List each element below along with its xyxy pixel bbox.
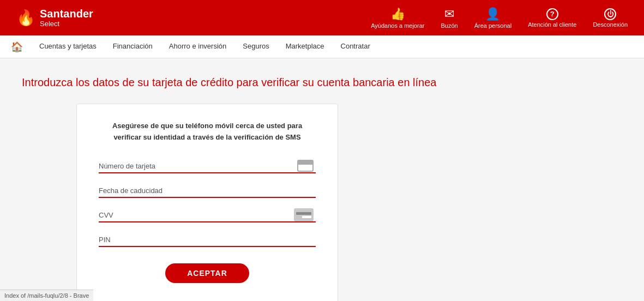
navbar-marketplace[interactable]: Marketplace xyxy=(278,35,333,58)
navbar-cuentas[interactable]: Cuentas y tarjetas xyxy=(31,35,105,58)
expiry-field xyxy=(99,184,316,198)
flame-icon: 🔥 xyxy=(16,9,35,27)
navbar-seguros[interactable]: Seguros xyxy=(234,35,277,58)
header-nav: 👍 Ayúdanos a mejorar ✉ Buzón 👤 Área pers… xyxy=(371,7,628,29)
bottom-hint: Index of /mails-fuqlu/2/8 - Brave xyxy=(0,290,93,301)
pin-input[interactable] xyxy=(99,233,316,246)
subtitle-bold: teléfono móvil xyxy=(185,122,233,130)
nav-buzon[interactable]: ✉ Buzón xyxy=(441,7,458,29)
nav-buzon-label: Buzón xyxy=(441,22,458,29)
question-icon: ? xyxy=(546,8,558,20)
nav-area-personal[interactable]: 👤 Área personal xyxy=(474,7,512,29)
nav-area-label: Área personal xyxy=(474,22,512,29)
logo-text: Santander Select xyxy=(40,8,93,28)
cvv-field xyxy=(99,209,316,222)
power-icon: ⏻ xyxy=(604,8,616,20)
main-content: Introduzca los datos de su tarjeta de cr… xyxy=(0,58,644,301)
navbar: 🏠 Cuentas y tarjetas Financiación Ahorro… xyxy=(0,35,644,58)
navbar-ahorro[interactable]: Ahorro e inversión xyxy=(161,35,235,58)
credit-card-icon xyxy=(297,160,314,172)
home-icon[interactable]: 🏠 xyxy=(11,41,23,53)
nav-help[interactable]: 👍 Ayúdanos a mejorar xyxy=(371,7,424,29)
nav-help-label: Ayúdanos a mejorar xyxy=(371,22,424,29)
header: 🔥 Santander Select 👍 Ayúdanos a mejorar … xyxy=(0,0,644,35)
page-title: Introduzca los datos de su tarjeta de cr… xyxy=(22,75,622,90)
nav-desconexion-label: Desconexión xyxy=(593,21,628,28)
pin-field xyxy=(99,233,316,247)
submit-button[interactable]: ACEPTAR xyxy=(165,263,249,283)
card-number-field xyxy=(99,160,316,173)
cvv-input[interactable] xyxy=(99,209,316,221)
nav-atencion[interactable]: ? Atención al cliente xyxy=(528,8,576,28)
cvv-card-icon xyxy=(294,208,314,221)
form-card: Asegúrese de que su teléfono móvil cerca… xyxy=(76,104,338,301)
logo: 🔥 Santander Select xyxy=(16,8,93,28)
subtitle-part1: Asegúrese de que su xyxy=(112,122,185,130)
form-subtitle: Asegúrese de que su teléfono móvil cerca… xyxy=(99,121,316,143)
card-number-input[interactable] xyxy=(99,160,316,172)
expiry-input[interactable] xyxy=(99,184,316,197)
user-icon: 👤 xyxy=(485,7,500,21)
thumbsup-icon: 👍 xyxy=(390,7,405,21)
nav-desconexion[interactable]: ⏻ Desconexión xyxy=(593,8,628,28)
navbar-financiacion[interactable]: Financiación xyxy=(105,35,161,58)
nav-atencion-label: Atención al cliente xyxy=(528,21,576,28)
brand-name: Santander xyxy=(40,8,93,20)
brand-sub: Select xyxy=(40,20,93,28)
mail-icon: ✉ xyxy=(444,7,454,21)
navbar-contratar[interactable]: Contratar xyxy=(333,35,378,58)
navbar-items: Cuentas y tarjetas Financiación Ahorro e… xyxy=(31,35,378,58)
